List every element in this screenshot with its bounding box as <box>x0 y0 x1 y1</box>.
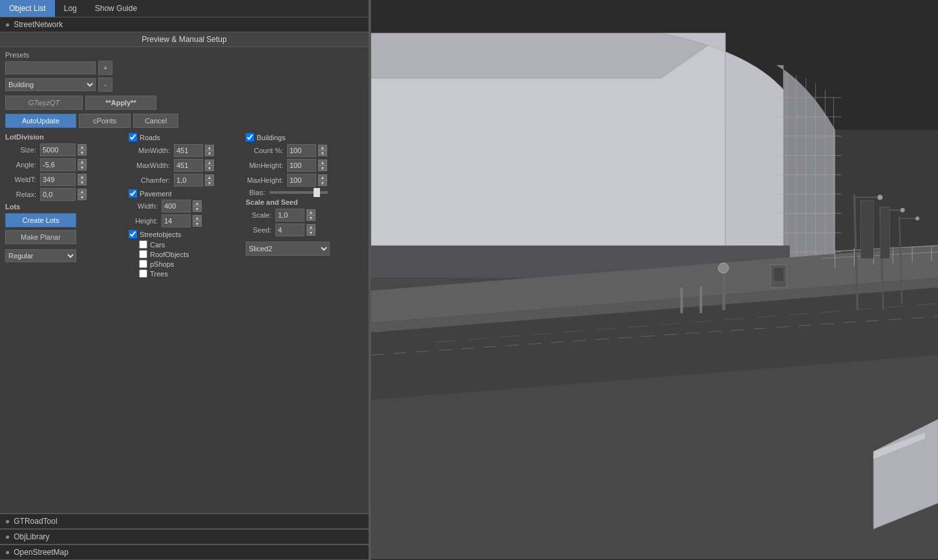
min-width-spin-up[interactable]: ▲ <box>205 145 214 150</box>
bias-slider[interactable] <box>270 191 328 194</box>
weldt-spinner: ▲ ▼ <box>78 174 87 185</box>
buildings-style-dropdown[interactable]: Sliced2 <box>246 242 330 256</box>
relax-input[interactable] <box>40 188 76 201</box>
chamfer-label: Chamfer: <box>129 176 170 184</box>
roads-checkbox-label[interactable]: Roads <box>129 133 242 141</box>
max-width-spin-down[interactable]: ▼ <box>205 165 214 171</box>
pav-height-spin-up[interactable]: ▲ <box>193 215 202 221</box>
right-viewport <box>371 0 938 560</box>
pav-width-spin-down[interactable]: ▼ <box>193 206 202 212</box>
seed-spin-up[interactable]: ▲ <box>306 224 315 230</box>
lots-dropdown-row: Regular <box>5 249 125 262</box>
cancel-btn[interactable]: Cancel <box>133 114 178 128</box>
weldt-spin-up[interactable]: ▲ <box>78 174 87 180</box>
pshops-checkbox[interactable] <box>139 260 147 268</box>
roads-checkbox[interactable] <box>129 133 137 141</box>
seed-label: Seed: <box>246 226 272 234</box>
gt-road-tool-header[interactable]: ● GTRoadTool <box>0 513 368 529</box>
pavement-checkbox[interactable] <box>129 189 137 198</box>
relax-spin-down[interactable]: ▼ <box>78 194 87 200</box>
tab-show-guide[interactable]: Show Guide <box>86 0 146 17</box>
angle-spin-up[interactable]: ▲ <box>78 159 87 165</box>
gtwyzqt-btn[interactable]: GTwyzQT <box>5 96 83 110</box>
min-height-input[interactable] <box>287 159 316 172</box>
presets-minus-btn[interactable]: - <box>98 78 112 92</box>
streetobjects-checkbox[interactable] <box>129 230 137 238</box>
setup-title: Preview & Manual Setup <box>0 32 368 47</box>
count-spin-up[interactable]: ▲ <box>318 145 327 150</box>
chamfer-spin-down[interactable]: ▼ <box>205 180 214 186</box>
angle-spin-down[interactable]: ▼ <box>78 165 87 171</box>
chamfer-spin-up[interactable]: ▲ <box>205 174 214 180</box>
pavement-height-input[interactable] <box>162 214 191 227</box>
streetobjects-checkbox-label[interactable]: Streetobjects <box>129 230 242 238</box>
bottom-sections: ● GTRoadTool ● ObjLibrary ● OpenStreetMa… <box>0 513 368 560</box>
pshops-row: pShops <box>139 260 242 268</box>
open-street-map-header[interactable]: ● OpenStreetMap <box>0 544 368 560</box>
max-height-spin-down[interactable]: ▼ <box>318 180 327 186</box>
scale-spin-down[interactable]: ▼ <box>306 215 315 221</box>
count-spin-down[interactable]: ▼ <box>318 150 327 156</box>
pav-height-spin-down[interactable]: ▼ <box>193 221 202 227</box>
scale-input[interactable] <box>275 209 304 222</box>
max-width-spinner: ▲ ▼ <box>205 160 214 171</box>
scale-spinner: ▲ ▼ <box>306 209 315 221</box>
buildings-checkbox[interactable] <box>246 133 254 141</box>
cars-checkbox[interactable] <box>139 240 147 249</box>
max-width-spin-up[interactable]: ▲ <box>205 160 214 165</box>
autoupdate-btn[interactable]: AutoUpdate <box>5 114 76 128</box>
tab-object-list[interactable]: Object List <box>0 0 55 17</box>
relax-spin-up[interactable]: ▲ <box>78 189 87 194</box>
max-width-input[interactable] <box>174 159 203 172</box>
roads-section: Roads <box>129 133 242 141</box>
buildings-dropdown-row: Sliced2 <box>246 242 363 256</box>
min-height-spin-down[interactable]: ▼ <box>318 165 327 171</box>
apply-btn[interactable]: **Apply** <box>85 96 156 110</box>
max-width-row: MaxWidth: ▲ ▼ <box>129 159 242 172</box>
streetobjects-row: Streetobjects <box>129 230 242 238</box>
pavement-width-input[interactable] <box>162 200 191 213</box>
presets-dropdown[interactable]: Building <box>5 78 96 91</box>
cpoints-btn[interactable]: cPoints <box>79 114 131 128</box>
scale-spin-up[interactable]: ▲ <box>306 209 315 215</box>
chamfer-input[interactable] <box>174 174 203 187</box>
min-width-spin-down[interactable]: ▼ <box>205 150 214 156</box>
weldt-spin-down[interactable]: ▼ <box>78 180 87 185</box>
obj-library-header[interactable]: ● ObjLibrary <box>0 529 368 544</box>
pav-width-spin-up[interactable]: ▲ <box>193 200 202 206</box>
size-input[interactable]: 5000 <box>40 143 76 156</box>
count-input[interactable] <box>287 144 316 157</box>
svg-rect-49 <box>880 207 890 258</box>
weldt-input[interactable] <box>40 173 76 186</box>
max-height-input[interactable] <box>287 174 316 187</box>
lots-dropdown[interactable]: Regular <box>5 249 76 262</box>
angle-input[interactable] <box>40 158 76 171</box>
bullet-icon-3: ● <box>5 532 10 541</box>
relax-row: Relax: ▲ ▼ <box>5 188 125 201</box>
seed-input[interactable] <box>275 223 304 236</box>
create-lots-btn[interactable]: Create Lots <box>5 213 76 227</box>
bullet-icon: ● <box>5 20 10 29</box>
min-height-spin-up[interactable]: ▲ <box>318 160 327 165</box>
scale-label: Scale: <box>246 211 272 219</box>
street-network-header[interactable]: ● StreetNetwork <box>0 17 368 32</box>
buildings-checkbox-label[interactable]: Buildings <box>246 133 363 141</box>
max-height-spin-up[interactable]: ▲ <box>318 174 327 180</box>
make-planar-btn[interactable]: Make Planar <box>5 230 76 244</box>
seed-spin-down[interactable]: ▼ <box>306 230 315 236</box>
min-width-row: MinWidth: ▲ ▼ <box>129 144 242 157</box>
min-width-input[interactable] <box>174 144 203 157</box>
presets-plus-btn[interactable]: + <box>98 61 112 75</box>
size-spin-up[interactable]: ▲ <box>78 144 87 150</box>
pavement-checkbox-label[interactable]: Pavement <box>129 189 242 198</box>
svg-point-35 <box>877 194 882 200</box>
presets-text-input[interactable] <box>5 61 96 74</box>
roof-objects-checkbox[interactable] <box>139 250 147 258</box>
relax-spinner: ▲ ▼ <box>78 189 87 200</box>
tab-log[interactable]: Log <box>55 0 86 17</box>
size-spin-down[interactable]: ▼ <box>78 150 87 156</box>
streetobjects-section: Streetobjects Cars RoofObjects <box>129 230 242 278</box>
svg-rect-45 <box>699 286 702 313</box>
lots-section: Lots Create Lots Make Planar Regular <box>5 203 125 262</box>
trees-checkbox[interactable] <box>139 269 147 278</box>
